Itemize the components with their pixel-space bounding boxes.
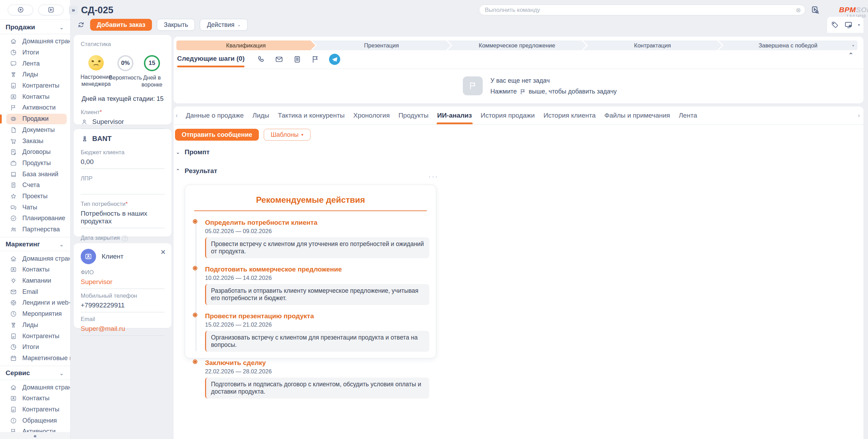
workplace-section-sales[interactable]: Продажи ⌄ — [0, 20, 70, 34]
action-title[interactable]: Провести презентацию продукта — [205, 312, 436, 320]
tab-client-history[interactable]: История клиента — [543, 107, 596, 124]
sidebar-item-feed[interactable]: Лента — [0, 58, 70, 69]
stage-contracting[interactable]: Контрактация — [583, 40, 722, 50]
sidebar-item-invoices[interactable]: Счета — [0, 180, 70, 191]
templates-button[interactable]: Шаблоны▾ — [264, 129, 311, 141]
sidebar-item-home[interactable]: Домашняя страница — [0, 36, 70, 47]
tabs-scroll-right-icon[interactable]: › — [858, 112, 860, 119]
process-search-icon[interactable] — [810, 5, 820, 15]
workplace-section-service[interactable]: Сервис ⌄ — [0, 366, 70, 380]
tabs-scroll-left-icon[interactable]: ‹ — [176, 112, 178, 119]
sidebar-item-documents[interactable]: Документы — [0, 125, 70, 136]
action-title[interactable]: Заключить сделку — [205, 359, 436, 367]
prompt-section-toggle[interactable]: ⌄ Промпт — [176, 148, 863, 156]
tab-chronology[interactable]: Хронология — [353, 107, 391, 124]
add-record-button[interactable] — [8, 5, 33, 15]
next-steps-label: Следующие шаги (0) — [177, 55, 245, 64]
actions-button[interactable]: Действия⌄ — [200, 19, 248, 31]
sidebar-item-sales[interactable]: Продажи — [0, 113, 70, 125]
send-message-button[interactable]: Отправить сообщение — [175, 129, 259, 141]
sidebar-item-planning[interactable]: Планирование — [0, 213, 70, 224]
sidebar-collapse-button[interactable]: « — [0, 432, 70, 439]
clear-icon[interactable]: ⊗ — [796, 6, 801, 14]
sidebar-item-knowledge-base[interactable]: База знаний — [0, 169, 70, 180]
sidebar-item-orders[interactable]: Заказы — [0, 135, 70, 147]
sidebar-item-activities-service[interactable]: Активности — [0, 426, 70, 432]
sidebar-item-accounts-service[interactable]: Контрагенты — [0, 404, 70, 415]
run-process-button[interactable] — [38, 5, 64, 15]
action-title[interactable]: Подготовить коммерческое предложение — [205, 266, 436, 273]
task-flag-icon[interactable] — [311, 55, 320, 64]
sidebar-item-email[interactable]: Email — [0, 286, 70, 297]
sidebar-item-leads-marketing[interactable]: Лиды — [0, 320, 70, 331]
sidebar-item-products[interactable]: Продукты — [0, 158, 70, 169]
tab-tactics[interactable]: Тактика и конкуренты — [277, 107, 345, 124]
header-right-tools: ▾ — [827, 17, 863, 33]
sidebar-item-contacts[interactable]: Контакты — [0, 91, 70, 102]
need-type-field[interactable]: Потребность в наших продуктах — [81, 207, 165, 228]
expand-sidebar-button[interactable]: » — [69, 6, 78, 15]
tab-leads[interactable]: Лиды — [252, 107, 270, 124]
telegram-icon[interactable] — [329, 54, 340, 65]
close-button[interactable]: Закрыть — [157, 19, 195, 31]
sidebar-item-partnerships[interactable]: Партнерства — [0, 224, 70, 235]
manager-mood-indicator[interactable]: Настроение менеджера — [81, 55, 111, 88]
call-icon[interactable] — [256, 55, 265, 64]
help-icon[interactable]: ? — [122, 236, 128, 241]
add-order-button[interactable]: Добавить заказ — [90, 19, 152, 31]
sidebar-item-projects[interactable]: Проекты — [0, 191, 70, 202]
sidebar-item-accounts[interactable]: Контрагенты — [0, 80, 70, 91]
action-dates: 15.02.2026 — 21.02.2026 — [205, 321, 436, 328]
workplace-section-marketing[interactable]: Маркетинг ⌄ — [0, 237, 70, 251]
client-field[interactable]: Supervisor — [81, 116, 165, 129]
sidebar-item-home-marketing[interactable]: Домашняя страница — [0, 253, 70, 264]
email-link[interactable]: Super@mail.ru — [81, 322, 165, 336]
person-icon — [81, 118, 88, 126]
sidebar-scroll[interactable]: Продажи ⌄ Домашняя страница Итоги Лента … — [0, 20, 70, 432]
lpr-field[interactable] — [81, 182, 165, 194]
collapse-panel-icon[interactable]: ⌃ — [848, 51, 854, 59]
notes-icon[interactable] — [293, 55, 302, 64]
sidebar-item-contacts-marketing[interactable]: Контакты — [0, 264, 70, 275]
command-input[interactable] — [485, 7, 796, 14]
sidebar-item-dashboards[interactable]: Итоги — [0, 47, 70, 58]
action-description: Организовать встречу с клиентом для през… — [205, 331, 429, 352]
sidebar-item-contracts[interactable]: Договоры — [0, 147, 70, 158]
view-settings-icon[interactable] — [844, 20, 853, 29]
close-icon[interactable]: ✕ — [160, 248, 166, 256]
tab-sale-data[interactable]: Данные о продаже — [185, 107, 245, 124]
fio-link[interactable]: Supervisor — [81, 276, 165, 289]
tab-ai-analysis[interactable]: ИИ-анализ — [437, 107, 473, 124]
stage-closed-won[interactable]: Завершена с победой▾ — [719, 40, 858, 50]
sidebar-item-landings[interactable]: Лендинги и web-фо... — [0, 297, 70, 308]
email-icon[interactable] — [275, 55, 284, 64]
stage-commercial-offer[interactable]: Коммерческое предложение — [447, 40, 586, 50]
sidebar-item-campaigns[interactable]: Кампании — [0, 275, 70, 287]
tab-sale-history[interactable]: История продажи — [480, 107, 535, 124]
tab-feed[interactable]: Лента — [678, 107, 698, 124]
sidebar-item-home-service[interactable]: Домашняя страница — [0, 382, 70, 393]
stage-presentation[interactable]: Презентация — [312, 40, 451, 50]
command-line[interactable]: ⊗ — [479, 5, 805, 15]
sidebar-item-contacts-service[interactable]: Контакты — [0, 393, 70, 404]
tag-icon[interactable] — [831, 21, 839, 29]
sidebar-item-chats[interactable]: Чаты — [0, 202, 70, 213]
budget-field[interactable]: 0,00 — [81, 156, 165, 169]
run-process-icon — [47, 6, 55, 14]
sidebar-item-leads[interactable]: Лиды — [0, 69, 70, 80]
sidebar-item-marketing-plans[interactable]: Маркетинговые пла... — [0, 353, 70, 364]
phone-field[interactable]: +79992229911 — [81, 299, 165, 312]
tab-products[interactable]: Продукты — [398, 107, 429, 124]
sidebar-item-activities[interactable]: Активности — [0, 102, 70, 113]
stage-qualification[interactable]: Квалификация — [176, 40, 315, 50]
sidebar-item-dashboards-marketing[interactable]: Итоги — [0, 342, 70, 353]
sidebar-item-accounts-marketing[interactable]: Контрагенты — [0, 330, 70, 342]
tab-files-notes[interactable]: Файлы и примечания — [604, 107, 671, 124]
sidebar-item-cases[interactable]: Обращения — [0, 415, 70, 426]
refresh-icon[interactable] — [77, 21, 85, 29]
action-title[interactable]: Определить потребности клиента — [205, 219, 436, 226]
chevron-down-icon[interactable]: ▾ — [852, 44, 854, 47]
sidebar-item-events[interactable]: Мероприятия — [0, 308, 70, 320]
chevron-down-icon[interactable]: ▾ — [858, 23, 860, 27]
result-section-toggle[interactable]: ⌃ Результат — [176, 167, 863, 175]
